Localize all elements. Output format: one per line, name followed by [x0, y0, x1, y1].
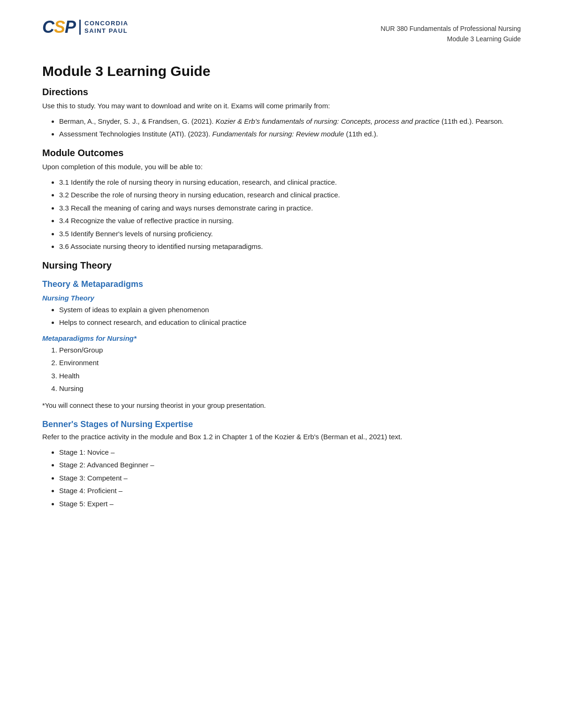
metaparadigms-list: Person/Group Environment Health Nursing — [59, 344, 521, 395]
logo-area: CSP CONCORDIA SAINT PAUL — [42, 19, 129, 36]
metaparadigms-heading: Metaparadigms for Nursing* — [42, 334, 521, 342]
module-name: Module 3 Learning Guide — [380, 34, 521, 44]
logo-text: CONCORDIA SAINT PAUL — [79, 20, 129, 34]
module-outcomes-intro: Upon completion of this module, you will… — [42, 161, 521, 173]
outcome-3: 3.3 Recall the meaning of caring and way… — [59, 202, 521, 214]
module-outcomes-section: Module Outcomes Upon completion of this … — [42, 148, 521, 253]
stage-2: Stage 2: Advanced Beginner – — [59, 459, 521, 471]
page: CSP CONCORDIA SAINT PAUL NUR 380 Fundame… — [0, 0, 563, 728]
directions-intro: Use this to study. You may want to downl… — [42, 100, 521, 112]
logo-p: P — [65, 19, 76, 36]
outcome-2: 3.2 Describe the role of nursing theory … — [59, 189, 521, 201]
outcome-1: 3.1 Identify the role of nursing theory … — [59, 176, 521, 188]
nursing-theory-section: Nursing Theory Theory & Metaparadigms Nu… — [42, 260, 521, 411]
header: CSP CONCORDIA SAINT PAUL NUR 380 Fundame… — [42, 19, 521, 45]
directions-heading: Directions — [42, 87, 521, 98]
benner-heading: Benner's Stages of Nursing Expertise — [42, 420, 521, 429]
meta-1: Person/Group — [59, 344, 521, 356]
outcomes-list: 3.1 Identify the role of nursing theory … — [59, 176, 521, 253]
benner-stages-list: Stage 1: Novice – Stage 2: Advanced Begi… — [59, 446, 521, 510]
directions-section: Directions Use this to study. You may wa… — [42, 87, 521, 140]
nursing-theory-heading: Nursing Theory — [42, 260, 521, 271]
nt-bullet-1: System of ideas to explain a given pheno… — [59, 304, 521, 316]
metaparadigms-note: *You will connect these to your nursing … — [42, 400, 521, 411]
module-outcomes-heading: Module Outcomes — [42, 148, 521, 158]
course-name: NUR 380 Fundamentals of Professional Nur… — [380, 23, 521, 34]
meta-4: Nursing — [59, 383, 521, 395]
source-1: Berman, A., Snyder, S. J., & Frandsen, G… — [59, 115, 521, 128]
meta-3: Health — [59, 370, 521, 382]
nt-bullet-2: Helps to connect research, and education… — [59, 316, 521, 329]
nursing-theory-bullets: System of ideas to explain a given pheno… — [59, 304, 521, 329]
meta-2: Environment — [59, 357, 521, 369]
outcome-4: 3.4 Recognize the value of reflective pr… — [59, 215, 521, 227]
logo-concordia: CONCORDIA — [84, 20, 129, 27]
stage-1: Stage 1: Novice – — [59, 446, 521, 458]
logo-s: S — [54, 19, 65, 36]
theory-metaparadigms-heading: Theory & Metaparadigms — [42, 279, 521, 289]
outcome-5: 3.5 Identify Benner's levels of nursing … — [59, 228, 521, 240]
logo-c: C — [42, 19, 54, 36]
outcome-6: 3.6 Associate nursing theory to identifi… — [59, 240, 521, 253]
header-right: NUR 380 Fundamentals of Professional Nur… — [380, 23, 521, 45]
stage-3: Stage 3: Competent – — [59, 472, 521, 484]
source-2: Assessment Technologies Institute (ATI).… — [59, 128, 521, 140]
stage-4: Stage 4: Proficient – — [59, 485, 521, 497]
nursing-theory-sub-heading: Nursing Theory — [42, 294, 521, 302]
benner-intro: Refer to the practice activity in the mo… — [42, 431, 521, 443]
benner-section: Benner's Stages of Nursing Expertise Ref… — [42, 420, 521, 510]
stage-5: Stage 5: Expert – — [59, 498, 521, 510]
logo-csp: CSP — [42, 19, 76, 36]
logo-saint-paul: SAINT PAUL — [84, 27, 129, 35]
directions-list: Berman, A., Snyder, S. J., & Frandsen, G… — [59, 115, 521, 140]
main-title: Module 3 Learning Guide — [42, 63, 521, 79]
